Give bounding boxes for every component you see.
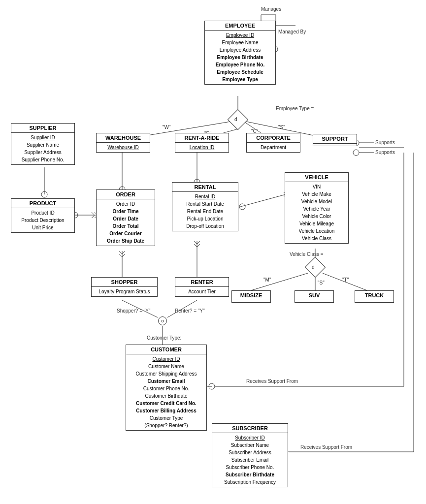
attr-customer-shipping: Customer Shipping Address — [129, 370, 203, 378]
rental-title: RENTAL — [172, 183, 238, 192]
order-title: ORDER — [97, 190, 155, 199]
attr-order-total: Order Total — [99, 222, 152, 230]
corporate-entity: CORPORATE Department — [246, 133, 300, 153]
svg-text:Vehicle Class =: Vehicle Class = — [290, 252, 324, 257]
renter-attrs: Account Tier — [175, 287, 229, 296]
midsize-attrs — [232, 300, 270, 302]
attr-customer-type2: (Shopper? Renter?) — [129, 422, 203, 429]
supplier-entity: SUPPLIER Supplier ID Supplier Name Suppl… — [11, 123, 75, 165]
rental-entity: RENTAL Rental ID Rental Start Date Renta… — [172, 182, 238, 231]
attr-employee-schedule: Employee Schedule — [208, 68, 272, 76]
attr-subscriber-email: Subscriber Email — [215, 456, 285, 464]
rental-attrs: Rental ID Rental Start Date Rental End D… — [172, 192, 238, 231]
svg-text:Supports: Supports — [375, 140, 395, 145]
subscriber-entity: SUBSCRIBER Subscriber ID Subscriber Name… — [212, 423, 288, 487]
svg-line-36 — [119, 251, 122, 254]
vehicle-title: VEHICLE — [285, 173, 348, 182]
employee-specialization-diamond — [228, 109, 248, 130]
attr-rental-start: Rental Start Date — [175, 200, 235, 208]
svg-line-42 — [197, 241, 200, 244]
truck-entity: TRUCK — [355, 290, 394, 303]
attr-order-ship: Order Ship Date — [99, 237, 152, 245]
warehouse-title: WAREHOUSE — [97, 133, 150, 143]
attr-supplier-address: Supplier Address — [14, 149, 71, 156]
attr-dropoff: Drop-off Location — [175, 222, 235, 230]
attr-customer-email: Customer Email — [129, 378, 203, 385]
union-circle: o — [158, 316, 167, 325]
attr-account-tier: Account Tier — [178, 288, 226, 295]
customer-title: CUSTOMER — [126, 345, 206, 354]
employee-type-label: Employee Type = — [276, 106, 314, 111]
rentaride-title: RENT-A-RIDE — [175, 133, 229, 143]
svg-text:Supports: Supports — [375, 150, 395, 155]
suv-entity: SUV — [295, 290, 334, 303]
svg-text:"W": "W" — [163, 125, 171, 130]
product-title: PRODUCT — [11, 199, 74, 208]
supplier-title: SUPPLIER — [11, 124, 74, 133]
truck-title: TRUCK — [355, 291, 393, 300]
warehouse-attrs: Warehouse ID — [97, 143, 150, 152]
svg-text:"M": "M" — [263, 277, 271, 283]
order-attrs: Order ID Order Time Order Date Order Tot… — [97, 199, 155, 246]
svg-line-38 — [119, 254, 122, 257]
attr-subscription-freq: Subscription Frequency — [215, 478, 285, 486]
attr-vehicle-make: Vehicle Make — [288, 190, 345, 198]
customer-entity: CUSTOMER Customer ID Customer Name Custo… — [126, 345, 207, 431]
attr-employee-address: Employee Address — [208, 46, 272, 54]
attr-product-desc: Product Description — [14, 217, 71, 224]
diagram-container: Manages Managed By "W" "R" "C" "S" Suppo… — [0, 0, 426, 504]
attr-vehicle-location: Vehicle Location — [288, 227, 345, 235]
svg-line-55 — [122, 300, 158, 317]
employee-attrs: Employee ID Employee Name Employee Addre… — [205, 31, 275, 84]
support-entity: SUPPORT — [313, 134, 357, 146]
rentaride-entity: RENT-A-RIDE Location ID — [175, 133, 229, 153]
attr-order-date: Order Date — [99, 215, 152, 222]
attr-subscriber-address: Subscriber Address — [215, 449, 285, 456]
shopper-attrs: Loyalty Program Status — [92, 287, 157, 296]
attr-rental-id: Rental ID — [175, 193, 235, 200]
attr-subscriber-id: Subscriber ID — [215, 434, 285, 441]
attr-customer-phone: Customer Phone No. — [129, 385, 203, 392]
midsize-entity: MIDSIZE — [231, 290, 271, 303]
svg-text:Customer Type:: Customer Type: — [147, 335, 181, 341]
attr-subscriber-phone: Subscriber Phone No. — [215, 464, 285, 471]
vehicle-class-diamond — [305, 257, 326, 278]
svg-line-39 — [122, 254, 125, 257]
svg-text:"T": "T" — [342, 277, 349, 283]
d-label-2: d — [312, 264, 315, 270]
attr-supplier-phone: Supplier Phone No. — [14, 156, 71, 163]
attr-product-id: Product ID — [14, 209, 71, 217]
attr-location-id: Location ID — [178, 144, 226, 151]
attr-order-time: Order Time — [99, 208, 152, 215]
attr-vehicle-year: Vehicle Year — [288, 205, 345, 213]
shopper-entity: SHOPPER Loyalty Program Status — [91, 277, 158, 297]
subscriber-title: SUBSCRIBER — [212, 424, 288, 433]
svg-text:Managed By: Managed By — [278, 29, 306, 34]
corporate-attrs: Department — [247, 143, 300, 152]
rentaride-attrs: Location ID — [175, 143, 229, 152]
order-entity: ORDER Order ID Order Time Order Date Ord… — [96, 189, 155, 246]
attr-vehicle-model: Vehicle Model — [288, 198, 345, 205]
attr-customer-billing: Customer Billing Address — [129, 407, 203, 414]
svg-line-37 — [122, 251, 125, 254]
attr-pickup: Pick-up Location — [175, 215, 235, 222]
svg-line-56 — [167, 300, 197, 317]
attr-department: Department — [250, 144, 297, 151]
svg-line-44 — [197, 244, 200, 247]
shopper-title: SHOPPER — [92, 278, 157, 287]
suv-title: SUV — [295, 291, 333, 300]
attr-warehouse-id: Warehouse ID — [99, 144, 147, 151]
corporate-title: CORPORATE — [247, 133, 300, 143]
attr-supplier-id: Supplier ID — [14, 134, 71, 141]
attr-employee-birthdate: Employee Birthdate — [208, 54, 272, 61]
truck-attrs — [355, 300, 393, 302]
svg-text:"S": "S" — [318, 280, 325, 285]
employee-title: EMPLOYEE — [205, 21, 275, 31]
midsize-title: MIDSIZE — [232, 291, 270, 300]
attr-customer-birthdate: Customer Birthdate — [129, 392, 203, 400]
attr-vehicle-color: Vehicle Color — [288, 213, 345, 220]
employee-entity: EMPLOYEE Employee ID Employee Name Emplo… — [204, 21, 276, 85]
svg-line-41 — [194, 241, 197, 244]
svg-text:Receives Support From: Receives Support From — [246, 378, 298, 384]
customer-attrs: Customer ID Customer Name Customer Shipp… — [126, 354, 206, 430]
